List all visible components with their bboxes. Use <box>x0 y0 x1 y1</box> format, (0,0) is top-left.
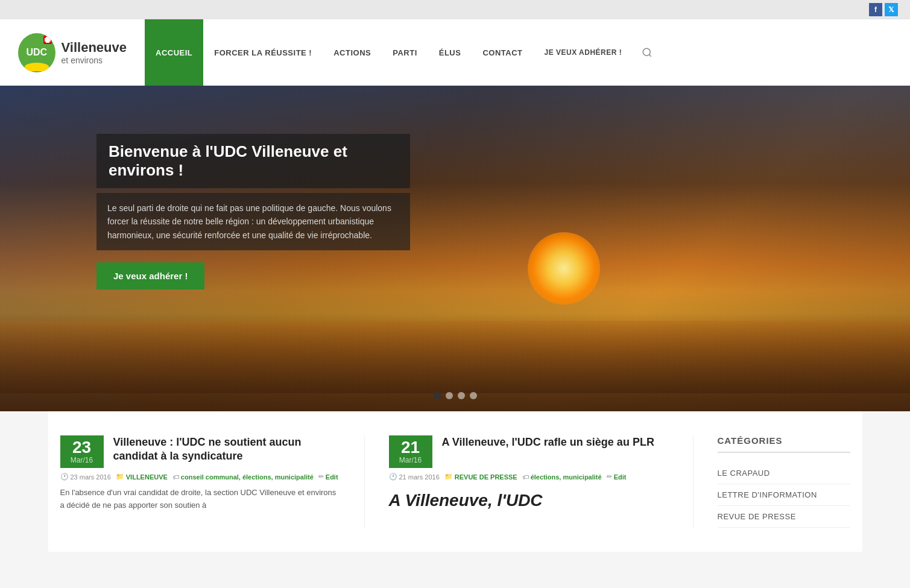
post-1-edit: ✏ Edit <box>318 473 338 481</box>
post-2-preview: A Villeneuve, l'UDC <box>389 490 669 511</box>
search-button[interactable] <box>633 19 662 86</box>
hero-water <box>0 321 910 393</box>
post-card-2: 21 Mar/16 A Villeneuve, l'UDC rafle un s… <box>389 435 669 528</box>
logo-udc-text: UDC <box>26 48 47 57</box>
main-divider <box>693 435 694 528</box>
post-2-day: 21 <box>401 439 420 456</box>
post-1-meta: 🕐 23 mars 2016 📁 VILLENEUVE 🏷 conseil co… <box>60 473 340 481</box>
sidebar: CATÉGORIES LE CRAPAUD LETTRE D'INFORMATI… <box>718 435 850 528</box>
svg-line-1 <box>649 54 651 56</box>
post-2-badge: 21 Mar/16 <box>389 435 432 468</box>
post-2-edit: ✏ Edit <box>607 473 627 481</box>
twitter-icon[interactable]: 𝕏 <box>885 3 898 16</box>
nav-parti[interactable]: PARTI <box>382 19 428 86</box>
logo-text: Villeneuve et environs <box>62 40 127 65</box>
hero-content: Bienvenue à l'UDC Villeneuve et environs… <box>96 134 410 289</box>
logo: UDC Villeneuve et environs <box>18 31 127 74</box>
folder-icon: 📁 <box>116 473 124 481</box>
carousel-dot-4[interactable] <box>470 392 477 399</box>
hero-title: Bienvenue à l'UDC Villeneuve et environs… <box>96 134 410 188</box>
logo-environs: et environs <box>62 55 127 65</box>
sidebar-categories-title: CATÉGORIES <box>718 435 850 453</box>
clock-icon-2: 🕐 <box>389 473 397 481</box>
nav-forcer[interactable]: FORCER LA RÉUSSITE ! <box>203 19 323 86</box>
post-1-day: 23 <box>72 439 91 456</box>
sidebar-cat-crapaud[interactable]: LE CRAPAUD <box>718 463 850 484</box>
post-card-1: 23 Mar/16 Villeneuve : l'UDC ne soutient… <box>60 435 340 528</box>
main-nav: ACCUEIL FORCER LA RÉUSSITE ! ACTIONS PAR… <box>145 19 910 86</box>
header: UDC Villeneuve et environs ACCUEIL FORCE… <box>0 19 910 86</box>
pencil-icon-2: ✏ <box>607 473 612 481</box>
post-2-category: 📁 REVUE DE PRESSE <box>444 473 517 481</box>
posts-area: 23 Mar/16 Villeneuve : l'UDC ne soutient… <box>60 435 669 528</box>
carousel-dot-2[interactable] <box>446 392 453 399</box>
logo-circle: UDC <box>18 33 55 72</box>
post-2-month: Mar/16 <box>399 456 422 464</box>
post-1-badge: 23 Mar/16 <box>60 435 104 468</box>
hero-description: Le seul parti de droite qui ne fait pas … <box>96 193 410 250</box>
post-2-tags: 🏷 élections, municipalité <box>522 473 602 481</box>
nav-adherer[interactable]: JE VEUX ADHÉRER ! <box>534 19 633 86</box>
post-1-category: 📁 VILLENEUVE <box>116 473 168 481</box>
hero-sun <box>528 232 600 305</box>
nav-elus[interactable]: ÉLUS <box>428 19 472 86</box>
logo-villeneuve: Villeneuve <box>62 40 127 55</box>
top-bar: f 𝕏 <box>0 0 910 19</box>
nav-contact[interactable]: CONTACT <box>472 19 533 86</box>
post-2-meta: 🕐 21 mars 2016 📁 REVUE DE PRESSE 🏷 élect… <box>389 473 669 481</box>
hero-section: Bienvenue à l'UDC Villeneuve et environs… <box>0 86 910 411</box>
carousel-dot-3[interactable] <box>458 392 465 399</box>
search-icon <box>642 47 652 58</box>
nav-accueil[interactable]: ACCUEIL <box>145 19 203 86</box>
post-1-month: Mar/16 <box>71 456 93 464</box>
nav-actions[interactable]: ACTIONS <box>323 19 382 86</box>
tag-icon: 🏷 <box>172 473 179 481</box>
post-1-excerpt: En l'absence d'un vrai candidat de droit… <box>60 487 340 512</box>
carousel-dot-1[interactable] <box>434 392 441 399</box>
carousel-dots <box>434 392 477 399</box>
pencil-icon: ✏ <box>318 473 324 481</box>
posts-divider <box>364 435 365 528</box>
folder-icon-2: 📁 <box>444 473 453 481</box>
hero-cta-button[interactable]: Je veux adhérer ! <box>96 262 204 289</box>
post-2-date: 🕐 21 mars 2016 <box>389 473 440 481</box>
sidebar-cat-revue[interactable]: REVUE DE PRESSE <box>718 506 850 528</box>
post-1-date: 🕐 23 mars 2016 <box>60 473 111 481</box>
facebook-icon[interactable]: f <box>869 3 882 16</box>
main-content: 23 Mar/16 Villeneuve : l'UDC ne soutient… <box>48 411 862 552</box>
svg-point-0 <box>643 48 651 55</box>
tag-icon-2: 🏷 <box>522 473 529 481</box>
sidebar-cat-lettre[interactable]: LETTRE D'INFORMATION <box>718 484 850 506</box>
post-1-tags: 🏷 conseil communal, élections, municipal… <box>172 473 314 481</box>
clock-icon: 🕐 <box>60 473 69 481</box>
logo-area[interactable]: UDC Villeneuve et environs <box>0 19 145 86</box>
